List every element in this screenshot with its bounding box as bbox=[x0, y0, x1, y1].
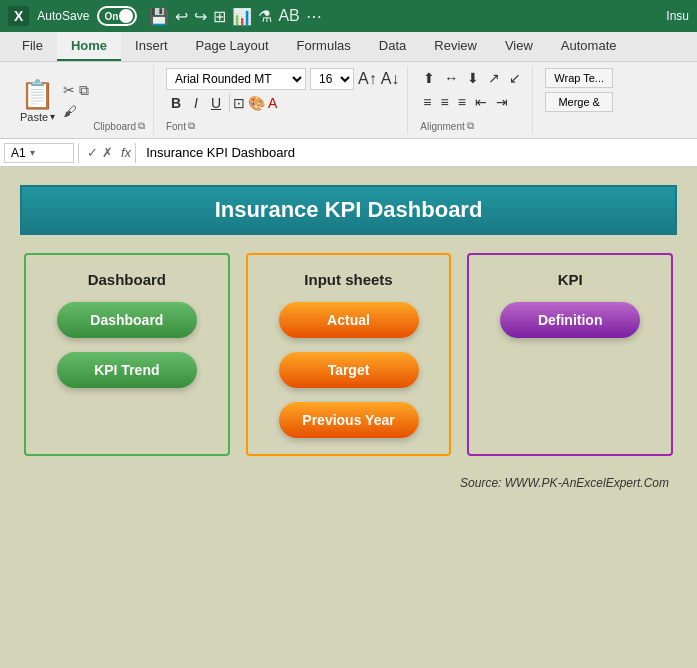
definition-button[interactable]: Definition bbox=[500, 302, 640, 338]
clipboard-sub: ✂ ⧉ 🖌 bbox=[63, 82, 89, 119]
spreadsheet-area: Insurance KPI Dashboard Dashboard Dashbo… bbox=[0, 167, 697, 506]
tab-file[interactable]: File bbox=[8, 32, 57, 61]
ribbon-tabs: File Home Insert Page Layout Formulas Da… bbox=[0, 32, 697, 62]
copy-icon[interactable]: ⧉ bbox=[79, 82, 89, 99]
input-sheets-card-title: Input sheets bbox=[304, 271, 392, 288]
kpi-card: KPI Definition bbox=[467, 253, 673, 456]
font-size-select[interactable]: 16 bbox=[310, 68, 354, 90]
chart-icon[interactable]: 📊 bbox=[232, 7, 252, 26]
ribbon-content: 📋 Paste ▾ ✂ ⧉ 🖌 Clipboard ⧉ bbox=[0, 62, 697, 138]
decrease-font-icon[interactable]: A↓ bbox=[381, 70, 400, 88]
app-title: Insu bbox=[666, 9, 689, 23]
formula-bar-divider-1 bbox=[78, 143, 79, 163]
redo-icon[interactable]: ↪ bbox=[194, 7, 207, 26]
tab-formulas[interactable]: Formulas bbox=[283, 32, 365, 61]
format-paint-row: 🖌 bbox=[63, 103, 89, 119]
merge-button[interactable]: Merge & bbox=[545, 92, 613, 112]
align-top-button[interactable]: ⬆ bbox=[420, 68, 438, 88]
copy-cut-row: ✂ ⧉ bbox=[63, 82, 89, 99]
fx-label: fx bbox=[121, 145, 131, 160]
autosave-label: AutoSave bbox=[37, 9, 89, 23]
table-icon[interactable]: ⊞ bbox=[213, 7, 226, 26]
tab-home[interactable]: Home bbox=[57, 32, 121, 61]
align-bottom-button[interactable]: ⬇ bbox=[464, 68, 482, 88]
align-center-button[interactable]: ≡ bbox=[437, 92, 451, 112]
clipboard-expand-icon[interactable]: ⧉ bbox=[138, 120, 145, 132]
actual-button[interactable]: Actual bbox=[279, 302, 419, 338]
cards-container: Dashboard Dashboard KPI Trend Input shee… bbox=[10, 243, 687, 466]
formula-content[interactable]: Insurance KPI Dashboard bbox=[140, 145, 693, 160]
divider-1 bbox=[229, 94, 230, 112]
italic-button[interactable]: I bbox=[189, 93, 203, 113]
increase-font-icon[interactable]: A↑ bbox=[358, 70, 377, 88]
dashboard-title: Insurance KPI Dashboard bbox=[215, 197, 483, 222]
cut-icon[interactable]: ✂ bbox=[63, 82, 75, 99]
format-painter-icon[interactable]: 🖌 bbox=[63, 103, 77, 119]
alignment-expand-icon[interactable]: ⧉ bbox=[467, 120, 474, 132]
paste-button[interactable]: 📋 Paste ▾ bbox=[16, 74, 59, 127]
kpi-card-title: KPI bbox=[558, 271, 583, 288]
text-rotate-button[interactable]: ↗ bbox=[485, 68, 503, 88]
previous-year-button[interactable]: Previous Year bbox=[279, 402, 419, 438]
dashboard-header: Insurance KPI Dashboard bbox=[20, 185, 677, 235]
toolbar-icons: 💾 ↩ ↪ ⊞ 📊 ⚗ AB ⋯ bbox=[149, 7, 321, 26]
text-angle-button[interactable]: ↙ bbox=[506, 68, 524, 88]
align-left-button[interactable]: ≡ bbox=[420, 92, 434, 112]
paste-icon: 📋 bbox=[20, 78, 55, 111]
font-row-2: B I U ⊡ 🎨 A bbox=[166, 93, 399, 113]
spelling-icon[interactable]: AB bbox=[278, 7, 299, 25]
tab-automate[interactable]: Automate bbox=[547, 32, 631, 61]
input-sheets-card: Input sheets Actual Target Previous Year bbox=[246, 253, 452, 456]
tab-page-layout[interactable]: Page Layout bbox=[182, 32, 283, 61]
increase-indent-button[interactable]: ⇥ bbox=[493, 92, 511, 112]
clipboard-label: Clipboard bbox=[93, 121, 136, 132]
formula-bar: A1 ▾ ✓ ✗ fx Insurance KPI Dashboard bbox=[0, 139, 697, 167]
align-row-2: ≡ ≡ ≡ ⇤ ⇥ bbox=[420, 92, 524, 112]
font-color-icon[interactable]: A bbox=[268, 95, 277, 111]
align-middle-button[interactable]: ↔ bbox=[441, 68, 461, 88]
wrap-text-button[interactable]: Wrap Te... bbox=[545, 68, 613, 88]
more-icon[interactable]: ⋯ bbox=[306, 7, 322, 26]
decrease-indent-button[interactable]: ⇤ bbox=[472, 92, 490, 112]
autosave-toggle[interactable]: On bbox=[97, 6, 137, 26]
title-bar: X AutoSave On 💾 ↩ ↪ ⊞ 📊 ⚗ AB ⋯ Insu bbox=[0, 0, 697, 32]
tab-data[interactable]: Data bbox=[365, 32, 420, 61]
bold-button[interactable]: B bbox=[166, 93, 186, 113]
cell-reference-box[interactable]: A1 ▾ bbox=[4, 143, 74, 163]
tab-insert[interactable]: Insert bbox=[121, 32, 182, 61]
dashboard-button[interactable]: Dashboard bbox=[57, 302, 197, 338]
font-group: Arial Rounded MT 16 A↑ A↓ B I U ⊡ 🎨 A Fo… bbox=[158, 66, 408, 134]
clipboard-group: 📋 Paste ▾ ✂ ⧉ 🖌 Clipboard ⧉ bbox=[8, 66, 154, 134]
align-right-button[interactable]: ≡ bbox=[455, 92, 469, 112]
tab-review[interactable]: Review bbox=[420, 32, 491, 61]
font-row-1: Arial Rounded MT 16 A↑ A↓ bbox=[166, 68, 399, 90]
excel-logo: X bbox=[8, 6, 29, 26]
formula-bar-icons: ✓ ✗ bbox=[83, 145, 117, 160]
formula-check-icon[interactable]: ✓ bbox=[87, 145, 98, 160]
formula-cross-icon[interactable]: ✗ bbox=[102, 145, 113, 160]
target-button[interactable]: Target bbox=[279, 352, 419, 388]
source-text: Source: WWW.PK-AnExcelExpert.Com bbox=[460, 476, 669, 490]
cell-ref-value: A1 bbox=[11, 146, 26, 160]
underline-button[interactable]: U bbox=[206, 93, 226, 113]
tab-view[interactable]: View bbox=[491, 32, 547, 61]
source-footer: Source: WWW.PK-AnExcelExpert.Com bbox=[10, 470, 687, 496]
dashboard-card: Dashboard Dashboard KPI Trend bbox=[24, 253, 230, 456]
cell-ref-dropdown-icon[interactable]: ▾ bbox=[30, 147, 35, 158]
alignment-group: ⬆ ↔ ⬇ ↗ ↙ ≡ ≡ ≡ ⇤ ⇥ Alignment ⧉ bbox=[412, 66, 533, 134]
kpi-trend-button[interactable]: KPI Trend bbox=[57, 352, 197, 388]
fill-color-icon[interactable]: 🎨 bbox=[248, 95, 265, 111]
dashboard-card-title: Dashboard bbox=[88, 271, 166, 288]
font-expand-icon[interactable]: ⧉ bbox=[188, 120, 195, 132]
ribbon: File Home Insert Page Layout Formulas Da… bbox=[0, 32, 697, 139]
align-row-1: ⬆ ↔ ⬇ ↗ ↙ bbox=[420, 68, 524, 88]
filter-icon[interactable]: ⚗ bbox=[258, 7, 272, 26]
paste-label: Paste bbox=[20, 111, 48, 123]
paste-dropdown-icon: ▾ bbox=[50, 111, 55, 122]
toggle-on-text: On bbox=[104, 11, 118, 22]
wrap-merge-group: Wrap Te... Merge & bbox=[537, 66, 621, 134]
save-icon[interactable]: 💾 bbox=[149, 7, 169, 26]
font-family-select[interactable]: Arial Rounded MT bbox=[166, 68, 306, 90]
border-icon[interactable]: ⊡ bbox=[233, 95, 245, 111]
undo-icon[interactable]: ↩ bbox=[175, 7, 188, 26]
